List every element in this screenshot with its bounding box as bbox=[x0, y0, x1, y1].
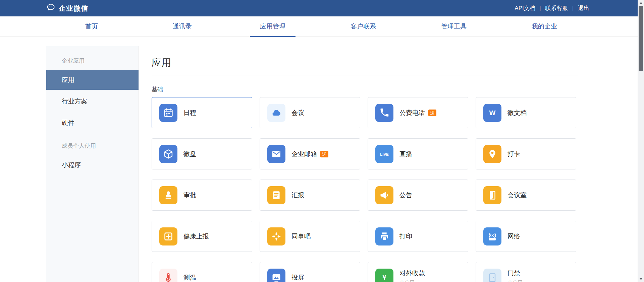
app-status: 未启用 bbox=[507, 280, 523, 282]
app-card-cast[interactable]: 投屏 bbox=[260, 262, 360, 282]
app-card-mail[interactable]: 企业邮箱送 bbox=[260, 138, 360, 169]
sidebar-item-apps[interactable]: 应用 bbox=[46, 70, 139, 90]
app-card-pin[interactable]: 打卡 bbox=[476, 138, 576, 169]
main-nav: 首页通讯录应用管理客户联系管理工具我的企业 bbox=[0, 16, 644, 37]
phone-icon bbox=[375, 104, 393, 122]
report-icon bbox=[267, 186, 285, 204]
app-name: 汇报 bbox=[291, 191, 304, 200]
app-card-stamp[interactable]: 审批 bbox=[152, 180, 252, 211]
app-status: 未启用 bbox=[399, 280, 425, 282]
nav-item-admin-tools[interactable]: 管理工具 bbox=[409, 16, 499, 37]
nav-item-label: 应用管理 bbox=[260, 22, 285, 31]
app-name: 直播 bbox=[399, 150, 412, 158]
scroll-thumb[interactable] bbox=[639, 6, 643, 71]
app-name: 同事吧 bbox=[291, 232, 311, 241]
up-arrow-icon bbox=[639, 2, 643, 4]
calendar-icon bbox=[159, 104, 177, 122]
app-card-door-access[interactable]: 门禁未启用 bbox=[476, 262, 576, 282]
topbar: 企业微信 API文档|联系客服|退出 bbox=[0, 0, 644, 16]
nav-item-label: 客户联系 bbox=[351, 22, 376, 31]
live-icon: LIVE bbox=[375, 145, 393, 163]
link-separator: | bbox=[572, 6, 574, 11]
main-nav-inner: 首页通讯录应用管理客户联系管理工具我的企业 bbox=[46, 16, 590, 37]
page-title: 应用 bbox=[152, 56, 578, 70]
app-name: 公费电话 bbox=[399, 109, 425, 117]
app-card-letter-w[interactable]: W微文档 bbox=[476, 97, 576, 128]
top-link-api-docs[interactable]: API文档 bbox=[515, 4, 535, 12]
top-link-logout[interactable]: 退出 bbox=[578, 4, 589, 12]
brand[interactable]: 企业微信 bbox=[46, 3, 88, 13]
cloud-icon bbox=[267, 104, 285, 122]
nav-item-my-company[interactable]: 我的企业 bbox=[499, 16, 590, 37]
app-card-health[interactable]: 健康上报 bbox=[152, 221, 252, 252]
app-name: 打卡 bbox=[507, 150, 520, 158]
app-name: 会议室 bbox=[507, 191, 527, 200]
app-name: 测温 bbox=[183, 273, 196, 282]
app-name: 健康上报 bbox=[183, 232, 209, 241]
door-icon bbox=[483, 186, 501, 204]
nav-item-label: 通讯录 bbox=[173, 22, 192, 31]
door-access-icon bbox=[483, 269, 501, 282]
printer-icon bbox=[375, 227, 393, 245]
sidebar-section-header: 成员个人使用 bbox=[46, 138, 139, 153]
app-name: 投屏 bbox=[291, 273, 304, 282]
pinwheel-icon bbox=[267, 227, 285, 245]
app-name: 会议 bbox=[291, 109, 304, 117]
section-label: 基础 bbox=[152, 85, 578, 93]
letter-w-icon: W bbox=[483, 104, 501, 122]
app-name: 日程 bbox=[183, 109, 196, 117]
app-card-pinwheel[interactable]: 同事吧 bbox=[260, 221, 360, 252]
nav-item-customer-contact[interactable]: 客户联系 bbox=[318, 16, 409, 37]
app-card-report[interactable]: 汇报 bbox=[260, 180, 360, 211]
scroll-down-button[interactable] bbox=[638, 276, 644, 282]
app-card-live[interactable]: LIVE直播 bbox=[368, 138, 468, 169]
nav-item-app-management[interactable]: 应用管理 bbox=[227, 16, 318, 37]
apps-grid: 日程会议公费电话送W微文档微盘企业邮箱送LIVE直播打卡审批汇报公告会议室健康上… bbox=[152, 97, 578, 282]
brand-logo-icon bbox=[46, 3, 55, 13]
down-arrow-icon bbox=[639, 278, 643, 280]
sidebar-item-mini-programs[interactable]: 小程序 bbox=[46, 155, 139, 175]
svg-text:LIVE: LIVE bbox=[380, 152, 389, 156]
app-card-door[interactable]: 会议室 bbox=[476, 180, 576, 211]
app-name: 网络 bbox=[507, 232, 520, 241]
app-name: 微文档 bbox=[507, 109, 527, 117]
mail-icon bbox=[267, 145, 285, 163]
app-card-printer[interactable]: 打印 bbox=[368, 221, 468, 252]
cube-icon bbox=[159, 145, 177, 163]
topbar-inner: 企业微信 API文档|联系客服|退出 bbox=[46, 0, 589, 16]
gift-badge: 送 bbox=[428, 110, 436, 116]
brand-name: 企业微信 bbox=[59, 4, 88, 13]
nav-item-home[interactable]: 首页 bbox=[46, 16, 137, 37]
app-card-phone[interactable]: 公费电话送 bbox=[368, 97, 468, 128]
app-card-yuan[interactable]: ¥对外收款未启用 bbox=[368, 262, 468, 282]
app-card-cloud[interactable]: 会议 bbox=[260, 97, 360, 128]
sidebar-item-hardware[interactable]: 硬件 bbox=[46, 113, 139, 133]
nav-item-label: 我的企业 bbox=[532, 22, 557, 31]
gift-badge: 送 bbox=[320, 151, 328, 157]
app-name: 门禁 bbox=[507, 269, 520, 278]
nav-item-contacts[interactable]: 通讯录 bbox=[137, 16, 227, 37]
stamp-icon bbox=[159, 186, 177, 204]
scroll-up-button[interactable] bbox=[638, 0, 644, 6]
main-content: 应用 基础 日程会议公费电话送W微文档微盘企业邮箱送LIVE直播打卡审批汇报公告… bbox=[139, 46, 589, 282]
scrollbar[interactable] bbox=[638, 0, 644, 282]
app-name: 审批 bbox=[183, 191, 196, 200]
app-card-thermometer[interactable]: 测温 bbox=[152, 262, 252, 282]
cast-icon bbox=[267, 269, 285, 282]
app-card-router[interactable]: 网络 bbox=[476, 221, 576, 252]
top-link-contact-support[interactable]: 联系客服 bbox=[545, 4, 568, 12]
sidebar: 企业应用应用行业方案硬件成员个人使用小程序 bbox=[46, 46, 139, 282]
app-name: 打印 bbox=[399, 232, 412, 241]
megaphone-icon bbox=[375, 186, 393, 204]
nav-item-label: 管理工具 bbox=[441, 22, 467, 31]
router-icon bbox=[483, 227, 501, 245]
app-card-calendar[interactable]: 日程 bbox=[152, 97, 252, 128]
app-card-cube[interactable]: 微盘 bbox=[152, 138, 252, 169]
title-divider bbox=[152, 75, 578, 75]
app-name: 微盘 bbox=[183, 150, 196, 158]
app-card-megaphone[interactable]: 公告 bbox=[368, 180, 468, 211]
sidebar-item-industry-solutions[interactable]: 行业方案 bbox=[46, 92, 139, 111]
yuan-icon: ¥ bbox=[375, 269, 393, 282]
thermometer-icon bbox=[159, 269, 177, 282]
app-name: 对外收款 bbox=[399, 269, 425, 278]
